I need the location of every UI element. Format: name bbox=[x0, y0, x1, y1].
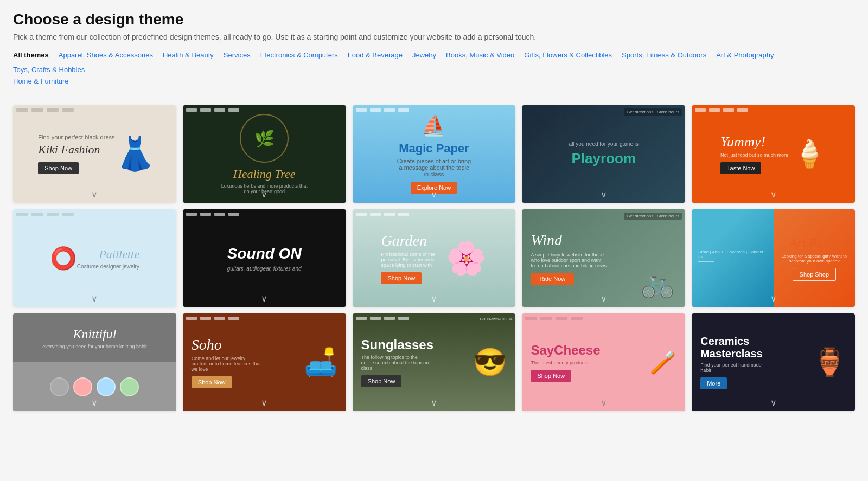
healing-chevron-icon: ∨ bbox=[261, 189, 267, 200]
wind-tagline: A simple bicycle website for those who l… bbox=[531, 252, 607, 268]
theme-playroom[interactable]: Get directions | Store hours all you nee… bbox=[522, 105, 685, 203]
saycheese-button[interactable]: Shop Now bbox=[531, 370, 571, 382]
filter-art[interactable]: Art & Photography bbox=[716, 51, 774, 59]
filter-toys[interactable]: Toys, Crafts & Hobbies bbox=[13, 66, 845, 74]
magic-theme-name: Magic Paper bbox=[399, 142, 469, 156]
knittiful-theme-name: Knittiful bbox=[73, 327, 116, 342]
filter-navigation: All themes Apparel, Shoes & Accessories … bbox=[13, 51, 855, 92]
theme-kiki[interactable]: Find your perfect black dress Kiki Fashi… bbox=[13, 105, 176, 203]
theme-wind[interactable]: Get directions | Store hours Wind A simp… bbox=[522, 209, 685, 307]
wind-button[interactable]: Ride Now bbox=[531, 273, 574, 285]
artplace-nav-mini: Store | About | Favorites | Contact us bbox=[698, 249, 767, 259]
page-title: Choose a design theme bbox=[13, 11, 855, 28]
filter-apparel[interactable]: Apparel, Shoes & Accessories bbox=[59, 51, 153, 59]
artplace-chevron-icon: ∨ bbox=[770, 293, 777, 304]
playroom-theme-name: Playroom bbox=[572, 150, 636, 167]
magic-chevron-icon: ∨ bbox=[431, 189, 437, 200]
yummy-chevron-icon: ∨ bbox=[770, 189, 777, 200]
theme-sunglasses[interactable]: 1-800-555-01234 Sunglasses The following… bbox=[353, 313, 516, 411]
filter-books[interactable]: Books, Music & Video bbox=[446, 51, 514, 59]
theme-saycheese[interactable]: SayCheese The latest beauty products Sho… bbox=[522, 313, 685, 411]
filter-jewelry[interactable]: Jewelry bbox=[412, 51, 436, 59]
theme-artplace[interactable]: Store | About | Favorites | Contact us A… bbox=[692, 209, 855, 307]
sunglasses-theme-name: Sunglasses bbox=[361, 337, 474, 352]
filter-sports[interactable]: Sports, Fitness & Outdoors bbox=[622, 51, 706, 59]
soundon-theme-name: Sound ON bbox=[227, 245, 302, 262]
paillette-tagline: Costume designer jewelry bbox=[77, 264, 139, 270]
page-subtitle: Pick a theme from our collection of pred… bbox=[13, 33, 855, 41]
artplace-theme-name: Art Place bbox=[789, 236, 839, 251]
soho-button[interactable]: Shop Now bbox=[192, 376, 232, 388]
garden-button[interactable]: Shop Now bbox=[381, 272, 422, 284]
theme-magic[interactable]: ⛵ Magic Paper Create pieces of art or br… bbox=[353, 105, 516, 203]
sunglasses-contact: 1-800-555-01234 bbox=[479, 317, 512, 322]
ceramics-button[interactable]: More bbox=[700, 377, 727, 389]
filter-electronics[interactable]: Electronics & Computers bbox=[260, 51, 338, 59]
soho-tagline: Come and let our jewelry crafted, or to … bbox=[192, 356, 262, 372]
theme-garden[interactable]: Garden Professional some of the personal… bbox=[353, 209, 516, 307]
kiki-theme-name: Kiki Fashion bbox=[38, 143, 114, 157]
saycheese-theme-name: SayCheese bbox=[531, 343, 645, 358]
saycheese-tagline: The latest beauty products bbox=[531, 360, 645, 365]
artplace-button[interactable]: Shop Shop bbox=[793, 268, 836, 281]
kiki-tagline: Find your perfect black dress bbox=[38, 134, 114, 140]
wind-chevron-icon: ∨ bbox=[601, 293, 607, 304]
soundon-tagline: guitars, audiogear, fixtures and bbox=[227, 266, 302, 272]
theme-yummy[interactable]: Yummy! Not just food but so much more Ta… bbox=[692, 105, 855, 203]
filter-all[interactable]: All themes bbox=[13, 51, 49, 59]
magic-tagline: Create pieces of art or bring a message … bbox=[396, 158, 472, 177]
theme-soundon[interactable]: Sound ON guitars, audiogear, fixtures an… bbox=[183, 209, 346, 307]
sunglasses-button[interactable]: Shop Now bbox=[361, 375, 402, 387]
knittiful-tagline: everything you need for your home knitti… bbox=[42, 344, 146, 349]
page-wrapper: Choose a design theme Pick a theme from … bbox=[0, 0, 868, 422]
filter-health[interactable]: Health & Beauty bbox=[163, 51, 214, 59]
wind-store-hours: Get directions | Store hours bbox=[624, 213, 682, 220]
theme-ceramics[interactable]: Ceramics Masterclass Find your perfect h… bbox=[692, 313, 855, 411]
paillette-theme-name: Paillette bbox=[77, 247, 139, 261]
playroom-store-hours: Get directions | Store hours bbox=[624, 108, 682, 116]
theme-paillette[interactable]: ⭕ Paillette Costume designer jewelry ∨ bbox=[13, 209, 176, 307]
knittiful-chevron-icon: ∨ bbox=[91, 397, 98, 408]
theme-healing[interactable]: 🌿 Healing Tree Luxurious herbs and more … bbox=[183, 105, 346, 203]
filter-home[interactable]: Home & Furniture bbox=[13, 77, 69, 85]
garden-theme-name: Garden bbox=[381, 232, 446, 249]
kiki-shop-button[interactable]: Shop Now bbox=[38, 162, 79, 174]
healing-theme-name: Healing Tree bbox=[233, 167, 296, 181]
yummy-theme-name: Yummy! bbox=[720, 134, 788, 150]
theme-soho[interactable]: Soho Come and let our jewelry crafted, o… bbox=[183, 313, 346, 411]
garden-tagline: Professional some of the personal. Ble -… bbox=[381, 252, 446, 268]
wind-theme-name: Wind bbox=[531, 232, 676, 249]
artplace-tagline: Looking for a special gift? Want to deco… bbox=[780, 254, 848, 264]
kiki-chevron-icon: ∨ bbox=[91, 189, 98, 200]
filter-gifts[interactable]: Gifts, Flowers & Collectibles bbox=[524, 51, 612, 59]
yummy-button[interactable]: Taste Now bbox=[720, 162, 761, 174]
soho-theme-name: Soho bbox=[192, 336, 304, 354]
filter-services[interactable]: Services bbox=[224, 51, 251, 59]
paillette-chevron-icon: ∨ bbox=[91, 293, 98, 304]
garden-chevron-icon: ∨ bbox=[431, 293, 437, 304]
theme-knittiful[interactable]: Knittiful everything you need for your h… bbox=[13, 313, 176, 411]
soundon-chevron-icon: ∨ bbox=[261, 293, 267, 304]
ceramics-tagline: Find your perfect handmade habit bbox=[700, 362, 771, 373]
filter-food[interactable]: Food & Beverage bbox=[348, 51, 403, 59]
playroom-tagline: all you need for your game is bbox=[569, 141, 639, 147]
sunglasses-chevron-icon: ∨ bbox=[431, 397, 437, 408]
soho-chevron-icon: ∨ bbox=[261, 397, 267, 408]
wind-bike-icon: 🚲 bbox=[641, 267, 674, 299]
playroom-chevron-icon: ∨ bbox=[601, 189, 607, 200]
ceramics-chevron-icon: ∨ bbox=[770, 397, 777, 408]
yummy-tagline: Not just food but so much more bbox=[720, 152, 788, 158]
themes-grid: Find your perfect black dress Kiki Fashi… bbox=[13, 105, 855, 411]
sunglasses-tagline: The following topics to the online searc… bbox=[361, 355, 432, 371]
saycheese-chevron-icon: ∨ bbox=[601, 397, 607, 408]
ceramics-theme-name: Ceramics Masterclass bbox=[700, 335, 808, 360]
